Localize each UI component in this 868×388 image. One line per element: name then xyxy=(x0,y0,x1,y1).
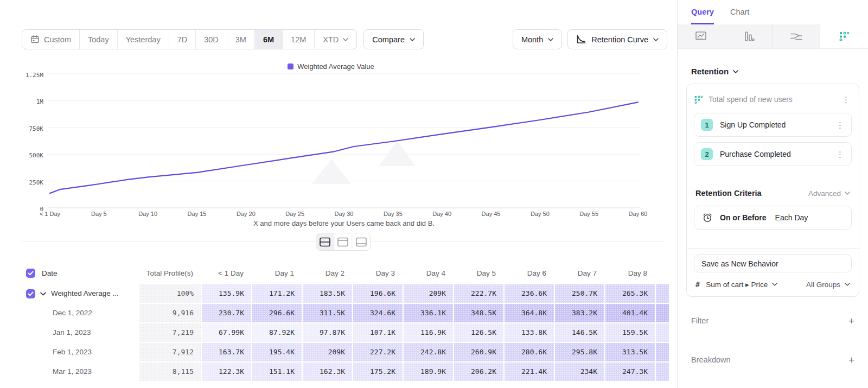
kebab-menu-icon[interactable]: ⋮ xyxy=(834,150,846,158)
range-xtd[interactable]: XTD xyxy=(315,30,356,49)
retention-value-cell[interactable]: 313.5K xyxy=(604,343,655,361)
range-12m[interactable]: 12M xyxy=(283,30,315,49)
retention-value-cell[interactable]: 116.9K xyxy=(403,323,453,342)
retention-value-cell[interactable]: 151.1K xyxy=(251,362,302,381)
range-label: 30D xyxy=(204,35,219,44)
tab-query[interactable]: Query xyxy=(691,8,714,24)
line-chart-plot[interactable] xyxy=(48,72,640,209)
retention-value-cell[interactable]: 209K xyxy=(302,343,352,361)
retention-value-cell[interactable]: 227.2K xyxy=(352,343,403,361)
range-3m[interactable]: 3M xyxy=(227,30,255,49)
range-30d[interactable]: 30D xyxy=(196,30,227,49)
range-label: Yesterday xyxy=(126,35,161,44)
x-axis-tick: < 1 Day xyxy=(40,211,60,217)
split-view-button[interactable] xyxy=(316,233,334,250)
retention-value-cell[interactable]: 67.99K xyxy=(201,323,251,342)
tab-chart[interactable]: Chart xyxy=(730,8,749,24)
range-6m[interactable]: 6M xyxy=(255,30,283,49)
retention-value-cell[interactable]: 159.5K xyxy=(604,323,655,342)
retention-value-cell[interactable]: 234K xyxy=(554,362,604,381)
funnels-icon xyxy=(743,31,755,42)
chart-table-divider xyxy=(22,233,665,251)
criteria-condition-label: On or Before xyxy=(720,213,767,222)
retention-value-cell[interactable]: 162.3K xyxy=(302,362,352,381)
retention-value-cell[interactable]: 189.9K xyxy=(403,362,453,381)
chart-view-button[interactable] xyxy=(334,233,352,250)
x-axis-title: X and more days before your Users came b… xyxy=(22,219,640,227)
retention-value-cell[interactable]: 250.7K xyxy=(554,284,604,303)
behavior-step-1[interactable]: 1 Sign Up Completed ⋮ xyxy=(694,113,852,137)
report-section-selector[interactable]: Retention xyxy=(691,67,859,76)
clipped-value-cell xyxy=(655,284,669,303)
criteria-condition-row[interactable]: On or Before Each Day xyxy=(694,206,852,230)
retention-value-cell[interactable]: 260.9K xyxy=(453,343,503,361)
retention-value-cell[interactable]: 206.2K xyxy=(453,362,503,381)
retention-tab[interactable] xyxy=(820,24,868,48)
retention-value-cell[interactable]: 222.7K xyxy=(453,284,503,303)
add-filter-button[interactable]: + xyxy=(848,316,854,326)
table-view-button[interactable] xyxy=(352,233,370,250)
retention-value-cell[interactable]: 348.5K xyxy=(453,304,503,322)
behavior-header[interactable]: Total spend of new users ⋮ xyxy=(694,91,852,107)
retention-value-cell[interactable]: 87.92K xyxy=(251,323,302,342)
chart-type-button[interactable]: Retention Curve xyxy=(567,29,667,49)
group-select[interactable]: All Groups xyxy=(806,281,850,289)
select-all-checkbox[interactable] xyxy=(26,269,35,278)
retention-value-cell[interactable]: 401.4K xyxy=(604,304,655,322)
funnels-tab[interactable] xyxy=(725,24,773,48)
retention-value-cell[interactable]: 107.1K xyxy=(352,323,403,342)
criteria-mode-select[interactable]: Advanced xyxy=(808,189,850,198)
retention-value-cell[interactable]: 247.3K xyxy=(604,362,655,381)
x-axis-tick: Day 30 xyxy=(335,211,354,217)
retention-value-cell[interactable]: 146.5K xyxy=(554,323,604,342)
retention-value-cell[interactable]: 175.2K xyxy=(352,362,403,381)
retention-value-cell[interactable]: 209K xyxy=(403,284,453,303)
retention-value-cell[interactable]: 221.4K xyxy=(503,362,554,381)
range-today[interactable]: Today xyxy=(80,30,118,49)
chevron-down-icon xyxy=(343,38,348,41)
metric-property-select[interactable]: Sum of cart ▸ Price xyxy=(706,280,777,289)
retention-value-cell[interactable]: 265.3K xyxy=(604,284,655,303)
retention-value-cell[interactable]: 242.8K xyxy=(403,343,453,361)
retention-value-cell[interactable]: 324.6K xyxy=(352,304,403,322)
kebab-menu-icon[interactable]: ⋮ xyxy=(840,96,852,104)
retention-value-cell[interactable]: 97.87K xyxy=(302,323,352,342)
chevron-down-icon[interactable] xyxy=(40,292,46,296)
compare-button[interactable]: Compare xyxy=(363,29,424,49)
retention-value-cell[interactable]: 296.6K xyxy=(251,304,302,322)
kebab-menu-icon[interactable]: ⋮ xyxy=(834,121,846,129)
range-7d[interactable]: 7D xyxy=(169,30,196,49)
retention-value-cell[interactable]: 236.6K xyxy=(503,284,554,303)
granularity-button[interactable]: Month xyxy=(513,29,562,49)
retention-value-cell[interactable]: 133.8K xyxy=(503,323,554,342)
retention-value-cell[interactable]: 195.4K xyxy=(251,343,302,361)
retention-value-cell[interactable]: 295.8K xyxy=(554,343,604,361)
insights-tab[interactable] xyxy=(678,24,725,48)
query-sidebar: Query Chart xyxy=(677,0,868,388)
range-label: 3M xyxy=(235,35,246,44)
retention-value-cell[interactable]: 135.9K xyxy=(201,284,251,303)
retention-value-cell[interactable]: 163.7K xyxy=(201,343,251,361)
retention-value-cell[interactable]: 364.8K xyxy=(503,304,554,322)
retention-value-cell[interactable]: 280.6K xyxy=(503,343,554,361)
retention-value-cell[interactable]: 336.1K xyxy=(403,304,453,322)
range-custom[interactable]: Custom xyxy=(22,30,80,49)
watermark-triangle xyxy=(379,141,416,166)
add-breakdown-button[interactable]: + xyxy=(848,355,854,365)
retention-value-cell[interactable]: 196.6K xyxy=(352,284,403,303)
retention-value-cell[interactable]: 183.5K xyxy=(302,284,352,303)
row-checkbox[interactable] xyxy=(26,289,35,298)
table-row: Dec 1, 20229,916230.7K296.6K311.5K324.6K… xyxy=(22,304,677,323)
retention-value-cell[interactable]: 126.5K xyxy=(453,323,503,342)
flows-icon xyxy=(790,31,803,41)
behavior-title: Total spend of new users xyxy=(709,95,835,104)
retention-value-cell[interactable]: 230.7K xyxy=(201,304,251,322)
retention-value-cell[interactable]: 383.2K xyxy=(554,304,604,322)
retention-value-cell[interactable]: 311.5K xyxy=(302,304,352,322)
behavior-step-2[interactable]: 2 Purchase Completed ⋮ xyxy=(694,142,852,166)
range-yesterday[interactable]: Yesterday xyxy=(118,30,169,49)
retention-value-cell[interactable]: 171.2K xyxy=(251,284,302,303)
flows-tab[interactable] xyxy=(773,24,821,48)
save-as-new-behavior-button[interactable]: Save as New Behavior xyxy=(694,255,852,272)
retention-value-cell[interactable]: 122.3K xyxy=(201,362,251,381)
